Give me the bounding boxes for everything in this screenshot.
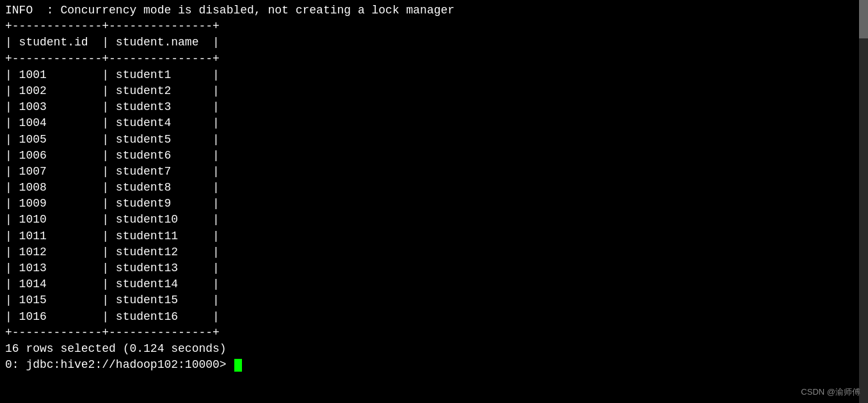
- cursor: [234, 359, 242, 372]
- table-row: | 1013 | student13 |: [5, 260, 863, 276]
- table-row: | 1010 | student10 |: [5, 212, 863, 228]
- scrollbar-thumb[interactable]: [859, 0, 868, 38]
- table-row: | 1011 | student11 |: [5, 228, 863, 244]
- separator-mid: +-------------+---------------+: [5, 51, 863, 67]
- table-rows: | 1001 | student1 || 1002 | student2 || …: [5, 67, 863, 325]
- table-row: | 1015 | student15 |: [5, 292, 863, 308]
- table-header: | student.id | student.name |: [5, 35, 863, 51]
- separator-top: +-------------+---------------+: [5, 19, 863, 35]
- table-row: | 1004 | student4 |: [5, 115, 863, 131]
- prompt-line[interactable]: 0: jdbc:hive2://hadoop102:10000>: [5, 357, 863, 373]
- table-row: | 1008 | student8 |: [5, 180, 863, 196]
- table-row: | 1007 | student7 |: [5, 164, 863, 180]
- terminal: INFO : Concurrency mode is disabled, not…: [0, 0, 868, 403]
- scrollbar[interactable]: [859, 0, 868, 403]
- table-row: | 1016 | student16 |: [5, 309, 863, 325]
- separator-bottom: +-------------+---------------+: [5, 325, 863, 341]
- table-row: | 1001 | student1 |: [5, 67, 863, 83]
- table-row: | 1014 | student14 |: [5, 276, 863, 292]
- table-row: | 1005 | student5 |: [5, 132, 863, 148]
- table-row: | 1002 | student2 |: [5, 83, 863, 99]
- table-row: | 1006 | student6 |: [5, 148, 863, 164]
- table-row: | 1012 | student12 |: [5, 244, 863, 260]
- summary-line: 16 rows selected (0.124 seconds): [5, 341, 863, 357]
- table-row: | 1009 | student9 |: [5, 196, 863, 212]
- info-line: INFO : Concurrency mode is disabled, not…: [5, 3, 863, 19]
- watermark: CSDN @渝师傅: [801, 386, 860, 398]
- prompt-text: 0: jdbc:hive2://hadoop102:10000>: [5, 357, 233, 373]
- table-row: | 1003 | student3 |: [5, 99, 863, 115]
